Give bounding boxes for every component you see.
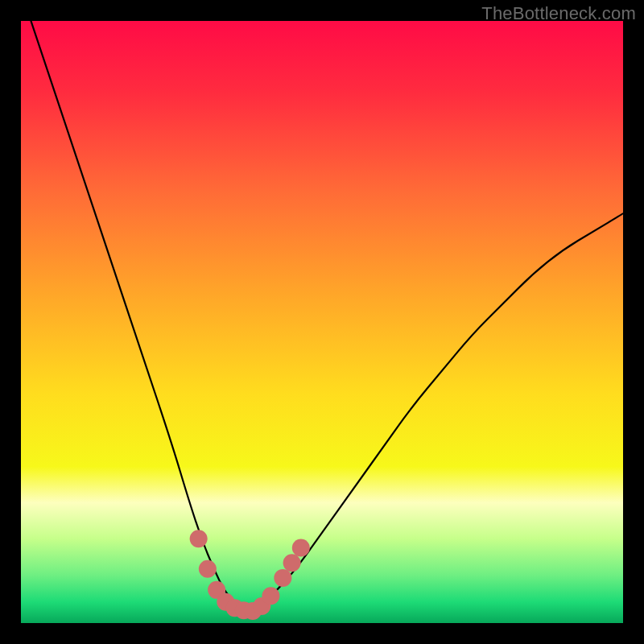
bottleneck-chart (21, 21, 623, 623)
chart-frame: TheBottleneck.com (0, 0, 644, 644)
highlight-dot (199, 560, 217, 578)
highlight-dot (292, 539, 310, 557)
highlight-dot (274, 569, 291, 587)
highlight-dot (283, 554, 301, 572)
highlight-dot (190, 530, 208, 547)
watermark-text: TheBottleneck.com (481, 3, 636, 24)
plot-area (21, 21, 623, 623)
highlight-dot (262, 587, 279, 605)
